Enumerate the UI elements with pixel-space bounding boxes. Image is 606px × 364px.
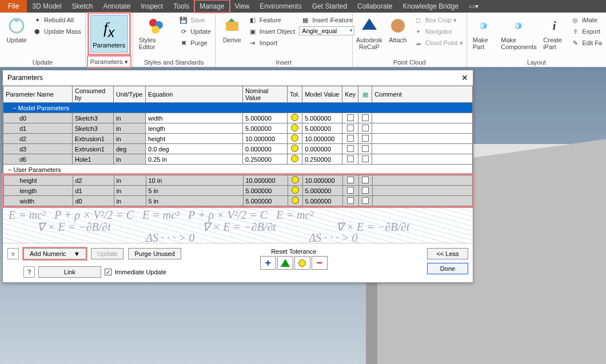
hdr-key[interactable]: Key [342, 86, 358, 103]
rebuild-icon: ✦ [33, 15, 42, 25]
menu-manage[interactable]: Manage [194, 0, 229, 13]
make-components-button[interactable]: 🧊Make Components [498, 14, 540, 57]
hdr-export-icon[interactable]: ▦ [358, 86, 372, 103]
create-ipart-button[interactable]: iCreate iPart [540, 14, 569, 57]
menu-getstarted[interactable]: Get Started [307, 0, 352, 13]
update-button[interactable]: Update [2, 14, 31, 57]
styles-update-button[interactable]: ⟳Update [177, 26, 212, 37]
menu-knowledge[interactable]: Knowledge Bridge [397, 0, 463, 13]
export-checkbox[interactable] [362, 135, 369, 142]
circle-icon [298, 259, 306, 267]
export-checkbox[interactable] [362, 125, 369, 131]
menu-annotate[interactable]: Annotate [98, 0, 135, 13]
export-checkbox[interactable] [362, 114, 369, 121]
key-checkbox[interactable] [347, 197, 354, 204]
table-row[interactable]: d1Sketch3inlength 5.000000 5.000000 [3, 123, 473, 134]
tol-icon[interactable] [291, 114, 298, 121]
table-row[interactable]: d0Sketch3inwidth 5.000000 5.000000 [3, 113, 473, 123]
key-checkbox[interactable] [347, 125, 354, 131]
export-checkbox[interactable] [362, 197, 369, 204]
menu-3dmodel[interactable]: 3D Model [27, 0, 66, 13]
tol-icon[interactable] [292, 197, 299, 204]
hdr-nom[interactable]: Nominal Value [243, 86, 288, 103]
done-button[interactable]: Done [427, 263, 468, 274]
section-user[interactable]: − User Parameters [3, 165, 473, 175]
attach-button[interactable]: Attach [384, 14, 412, 57]
menu-sketch[interactable]: Sketch [67, 0, 98, 13]
menu-overflow-icon[interactable]: ▭▾ [464, 0, 484, 13]
object-icon: ▣ [248, 27, 257, 36]
table-row[interactable]: d3Extrusion1deg0.0 deg 0.000000 0.000000 [3, 144, 473, 154]
recap-button[interactable]: Autodesk ReCaP [355, 14, 384, 57]
editfa-button[interactable]: ✎Edit Fa [569, 38, 604, 48]
rebuild-all-button[interactable]: ✦Rebuild All [31, 15, 83, 25]
hdr-unit[interactable]: Unit/Type [114, 86, 146, 103]
export-button[interactable]: ⇪Export [569, 26, 604, 37]
parameters-button[interactable]: fx Parameters [90, 15, 128, 53]
tol-tri-button[interactable] [277, 256, 293, 270]
styles-editor-button[interactable]: Styles Editor [135, 14, 178, 57]
help-icon[interactable]: ? [23, 266, 35, 278]
derive-button[interactable]: Derive [218, 14, 246, 57]
update-param-button: Update [91, 248, 123, 259]
insert-object-button[interactable]: ▣Insert Object [246, 26, 297, 37]
tol-icon[interactable] [291, 124, 298, 131]
key-checkbox[interactable] [347, 177, 354, 183]
make-part-button[interactable]: 🧊Make Part [469, 14, 498, 57]
tol-icon[interactable] [291, 145, 298, 152]
hdr-comment[interactable]: Comment [372, 86, 473, 103]
export-checkbox[interactable] [362, 177, 369, 183]
key-checkbox[interactable] [347, 135, 354, 142]
menu-file[interactable]: File [0, 0, 27, 13]
immediate-update-checkbox[interactable]: ✓ [105, 269, 111, 275]
tol-plus-button[interactable]: + [260, 256, 276, 270]
menu-view[interactable]: View [230, 0, 255, 13]
link-button[interactable]: Link [38, 266, 101, 278]
tol-icon[interactable] [291, 134, 298, 142]
key-checkbox[interactable] [347, 114, 354, 121]
hdr-mv[interactable]: Model Value [302, 86, 342, 103]
import-button[interactable]: ⇥Import [246, 38, 297, 48]
add-numeric-button[interactable]: Add Numeric▼ [23, 248, 86, 259]
insert-feature-button[interactable]: ◧Feature [246, 15, 297, 25]
less-button[interactable]: << Less [427, 248, 468, 259]
tol-icon[interactable] [292, 176, 299, 183]
menu-tools[interactable]: Tools [168, 0, 194, 13]
menu-collaborate[interactable]: Collaborate [352, 0, 397, 13]
key-checkbox[interactable] [347, 145, 354, 152]
section-model[interactable]: − Model Parameters [3, 103, 473, 113]
menu-environments[interactable]: Environments [254, 0, 306, 13]
tol-icon[interactable] [291, 155, 298, 162]
attach-icon [388, 16, 408, 35]
tol-icon[interactable] [292, 186, 299, 194]
hdr-eq[interactable]: Equation [146, 86, 243, 103]
hdr-consumed[interactable]: Consumed by [73, 86, 114, 103]
hdr-name[interactable]: Parameter Name [3, 86, 73, 103]
menu-inspect[interactable]: Inspect [135, 0, 168, 13]
angle-equal-combo[interactable]: Angle_equal [299, 26, 354, 35]
hdr-tol[interactable]: Tol. [288, 86, 302, 103]
table-row[interactable]: d2Extrusion1inheight 10.000000 10.000000 [3, 134, 473, 144]
table-row[interactable]: lengthd1in5 in 5.000000 5.000000 [3, 186, 472, 196]
export-checkbox[interactable] [362, 187, 369, 194]
table-row[interactable]: widthd0in5 in 5.000000 5.000000 [3, 196, 472, 206]
styles-purge-button[interactable]: ✖Purge [177, 38, 212, 48]
group-parameters-label[interactable]: Parameters ▾ [88, 57, 130, 67]
filter-icon[interactable]: ▿ [7, 248, 19, 259]
table-row[interactable]: d6Hole1in0.25 in 0.250000 0.250000 [3, 154, 473, 165]
insert-ifeature-button[interactable]: ▦Insert iFeature [299, 15, 354, 25]
save-icon: 💾 [179, 15, 188, 25]
purge-unused-button[interactable]: Purge Unused [128, 248, 181, 259]
tol-minus-button[interactable]: − [312, 256, 328, 270]
key-checkbox[interactable] [347, 187, 354, 194]
key-checkbox[interactable] [347, 155, 354, 162]
update-mass-button[interactable]: ⬢Update Mass [31, 26, 83, 37]
export-checkbox[interactable] [362, 155, 369, 162]
imate-button[interactable]: ◎iMate [569, 15, 604, 25]
styles-save-button: 💾Save [177, 15, 212, 25]
export-checkbox[interactable] [362, 145, 369, 152]
table-row[interactable]: heightd2in10 in 10.000000 10.000000 [3, 175, 472, 186]
tol-circle-button[interactable] [294, 256, 310, 270]
close-icon[interactable]: ✕ [461, 73, 468, 82]
parameters-window: Parameters ✕ Parameter Name Consumed by … [2, 70, 473, 283]
